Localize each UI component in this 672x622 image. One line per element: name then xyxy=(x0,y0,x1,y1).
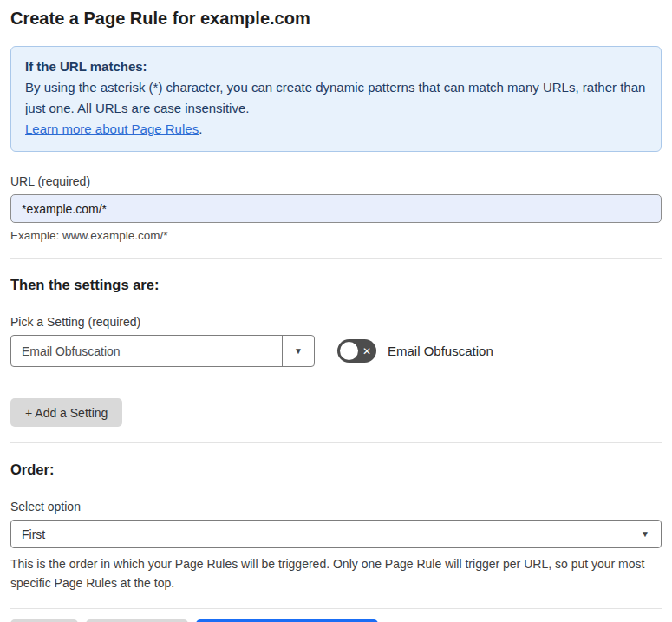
info-box-heading: If the URL matches: xyxy=(25,56,647,77)
info-box-link-row: Learn more about Page Rules. xyxy=(25,119,647,140)
url-match-info-box: If the URL matches: By using the asteris… xyxy=(10,46,662,152)
setting-select-value: Email Obfuscation xyxy=(11,344,121,358)
setting-picker-label: Pick a Setting (required) xyxy=(10,315,662,329)
url-field: URL (required) Example: www.example.com/… xyxy=(10,174,662,242)
email-obfuscation-toggle-group: ✕ Email Obfuscation xyxy=(337,339,493,363)
setting-row: Email Obfuscation ▼ ✕ Email Obfuscation xyxy=(10,335,662,367)
order-select[interactable]: First ▼ xyxy=(10,520,662,548)
toggle-off-x-icon: ✕ xyxy=(362,346,371,357)
order-select-value: First xyxy=(11,527,45,541)
settings-section-heading: Then the settings are: xyxy=(10,277,662,293)
learn-more-link-suffix: . xyxy=(199,121,202,136)
email-obfuscation-toggle-label: Email Obfuscation xyxy=(388,344,493,358)
add-setting-button[interactable]: + Add a Setting xyxy=(10,398,122,427)
url-example-helper: Example: www.example.com/* xyxy=(10,229,662,242)
order-select-label: Select option xyxy=(10,500,662,514)
order-section-heading: Order: xyxy=(10,462,662,478)
order-helper-text: This is the order in which your Page Rul… xyxy=(10,554,662,593)
email-obfuscation-toggle[interactable]: ✕ xyxy=(337,339,376,363)
learn-more-link[interactable]: Learn more about Page Rules xyxy=(25,121,199,136)
url-input[interactable] xyxy=(10,194,662,223)
chevron-down-icon: ▼ xyxy=(641,530,649,539)
create-page-rule-form: Create a Page Rule for example.com If th… xyxy=(0,0,672,622)
divider-after-url xyxy=(10,258,662,259)
info-box-body: By using the asterisk (*) character, you… xyxy=(25,77,647,119)
setting-select-caret-button[interactable]: ▼ xyxy=(282,336,314,366)
setting-select[interactable]: Email Obfuscation ▼ xyxy=(10,335,315,367)
toggle-knob xyxy=(340,342,358,360)
page-title: Create a Page Rule for example.com xyxy=(10,9,662,29)
chevron-down-icon: ▼ xyxy=(294,347,303,356)
url-field-label: URL (required) xyxy=(10,174,662,188)
divider-after-settings xyxy=(10,442,662,443)
divider-after-order xyxy=(10,608,662,609)
